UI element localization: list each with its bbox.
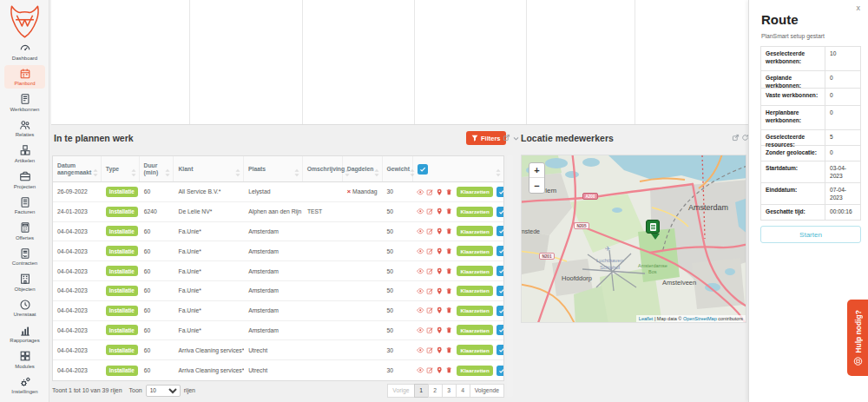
row-checkbox[interactable]: [496, 266, 503, 276]
location-pin-icon[interactable]: [436, 267, 444, 275]
employee-location-marker[interactable]: [646, 220, 660, 234]
help-button[interactable]: Hulp nodig?: [847, 300, 868, 376]
view-icon[interactable]: [417, 267, 424, 275]
page-button-3[interactable]: 3: [442, 384, 457, 398]
column-header-omschrijving[interactable]: Omschrijving: [303, 156, 343, 181]
sidebar-item-dashboard[interactable]: Dashboard: [0, 38, 49, 64]
delete-icon[interactable]: [445, 287, 453, 295]
edit-icon[interactable]: [426, 287, 434, 295]
sidebar-item-artikelen[interactable]: Artikelen: [0, 141, 49, 167]
leaflet-link[interactable]: Leaflet: [639, 316, 654, 321]
location-pin-icon[interactable]: [436, 346, 444, 354]
sidebar-item-modules[interactable]: Modules: [0, 346, 49, 372]
klaarzetten-button[interactable]: Klaarzetten: [457, 286, 492, 296]
delete-icon[interactable]: [445, 247, 453, 255]
sidebar-item-contracten[interactable]: Contracten: [0, 244, 49, 270]
klaarzetten-button[interactable]: Klaarzetten: [457, 345, 492, 355]
klaarzetten-button[interactable]: Klaarzetten: [457, 306, 492, 316]
sidebar-item-objecten[interactable]: Objecten: [0, 269, 49, 295]
osm-link[interactable]: OpenStreetMap: [683, 316, 717, 321]
location-pin-icon[interactable]: [436, 306, 444, 314]
edit-icon[interactable]: [426, 366, 434, 374]
klaarzetten-button[interactable]: Klaarzetten: [457, 266, 492, 276]
row-checkbox[interactable]: [496, 366, 503, 376]
view-icon[interactable]: [417, 247, 424, 255]
column-header-select-all[interactable]: [413, 156, 503, 181]
location-pin-icon[interactable]: [436, 326, 444, 334]
row-checkbox[interactable]: [496, 306, 503, 316]
klaarzetten-button[interactable]: Klaarzetten: [457, 226, 492, 236]
map-zoom-in-button[interactable]: +: [529, 163, 544, 178]
sidebar-item-facturen[interactable]: Facturen: [0, 193, 49, 219]
edit-icon[interactable]: [426, 326, 434, 334]
edit-icon[interactable]: [426, 306, 434, 314]
column-header-duur-min-[interactable]: Duur (min): [140, 156, 174, 181]
row-checkbox[interactable]: [496, 345, 503, 355]
sidebar-item-offertes[interactable]: Offertes: [0, 218, 49, 244]
sidebar-item-relaties[interactable]: Relaties: [0, 115, 49, 142]
row-checkbox[interactable]: [496, 207, 503, 217]
row-checkbox[interactable]: [496, 187, 503, 197]
view-icon[interactable]: [417, 208, 424, 215]
open-in-new-window-icon[interactable]: [503, 134, 510, 142]
view-icon[interactable]: [417, 326, 424, 334]
sidebar-item-instellingen[interactable]: Instellingen: [0, 372, 49, 399]
delete-icon[interactable]: [445, 208, 453, 215]
column-header-type[interactable]: Type: [102, 156, 140, 181]
select-all-checkbox[interactable]: [418, 164, 428, 175]
app-logo-fox-icon[interactable]: [9, 4, 41, 39]
planboard-area[interactable]: [51, 0, 748, 125]
page-button-vorige[interactable]: Vorige: [387, 384, 414, 398]
route-close-icon[interactable]: x: [857, 3, 861, 12]
view-icon[interactable]: [417, 287, 424, 295]
edit-icon[interactable]: [426, 188, 434, 196]
edit-icon[interactable]: [426, 247, 434, 255]
page-button-volgende[interactable]: Volgende: [470, 384, 504, 398]
klaarzetten-button[interactable]: Klaarzetten: [457, 187, 492, 197]
klaarzetten-button[interactable]: Klaarzetten: [457, 325, 492, 335]
filters-button[interactable]: Filters: [466, 131, 506, 145]
sidebar-item-werkbonnen[interactable]: Werkbonnen: [0, 89, 49, 115]
edit-icon[interactable]: [426, 346, 434, 354]
row-checkbox[interactable]: [496, 286, 503, 296]
delete-icon[interactable]: [445, 227, 453, 235]
column-header-gewicht[interactable]: Gewicht: [383, 156, 413, 181]
view-icon[interactable]: [417, 227, 424, 235]
column-header-klant[interactable]: Klant: [174, 156, 244, 181]
view-icon[interactable]: [417, 366, 424, 374]
delete-icon[interactable]: [445, 188, 453, 196]
view-icon[interactable]: [417, 306, 424, 314]
page-button-4[interactable]: 4: [456, 384, 470, 398]
collapse-chevron-icon[interactable]: [512, 135, 520, 142]
row-checkbox[interactable]: [496, 246, 503, 256]
sidebar-item-urenstaat[interactable]: Urenstaat: [0, 295, 49, 321]
location-pin-icon[interactable]: [436, 366, 444, 374]
delete-icon[interactable]: [445, 267, 453, 275]
column-header-datum-aangemaakt[interactable]: Datum aangemaakt: [53, 156, 102, 181]
location-pin-icon[interactable]: [436, 227, 444, 235]
sidebar-item-planbord[interactable]: Planbord: [0, 64, 49, 90]
sidebar-item-projecten[interactable]: Projecten: [0, 167, 49, 193]
edit-icon[interactable]: [426, 267, 434, 275]
start-button[interactable]: Starten: [760, 226, 861, 243]
map-open-in-new-window-icon[interactable]: [732, 134, 740, 142]
location-pin-icon[interactable]: [436, 247, 444, 255]
map-canvas[interactable]: ✈ + − Haarlem Amsterdam mstede Hoofddorp…: [521, 155, 746, 323]
view-icon[interactable]: [417, 346, 424, 354]
edit-icon[interactable]: [426, 227, 434, 235]
delete-icon[interactable]: [445, 326, 453, 334]
page-button-2[interactable]: 2: [428, 384, 443, 398]
delete-icon[interactable]: [445, 346, 453, 354]
table-scrollbar[interactable]: [507, 155, 513, 397]
delete-icon[interactable]: [445, 306, 453, 314]
page-size-select[interactable]: 10: [146, 385, 181, 397]
sidebar-item-rapportages[interactable]: Rapportages: [0, 321, 49, 347]
delete-icon[interactable]: [445, 366, 453, 374]
remove-dagdeel-icon[interactable]: ×: [347, 188, 351, 195]
column-header-plaats[interactable]: Plaats: [244, 156, 303, 181]
location-pin-icon[interactable]: [436, 208, 444, 215]
klaarzetten-button[interactable]: Klaarzetten: [457, 246, 492, 256]
location-pin-icon[interactable]: [436, 188, 444, 196]
klaarzetten-button[interactable]: Klaarzetten: [457, 366, 492, 376]
view-icon[interactable]: [417, 188, 424, 196]
